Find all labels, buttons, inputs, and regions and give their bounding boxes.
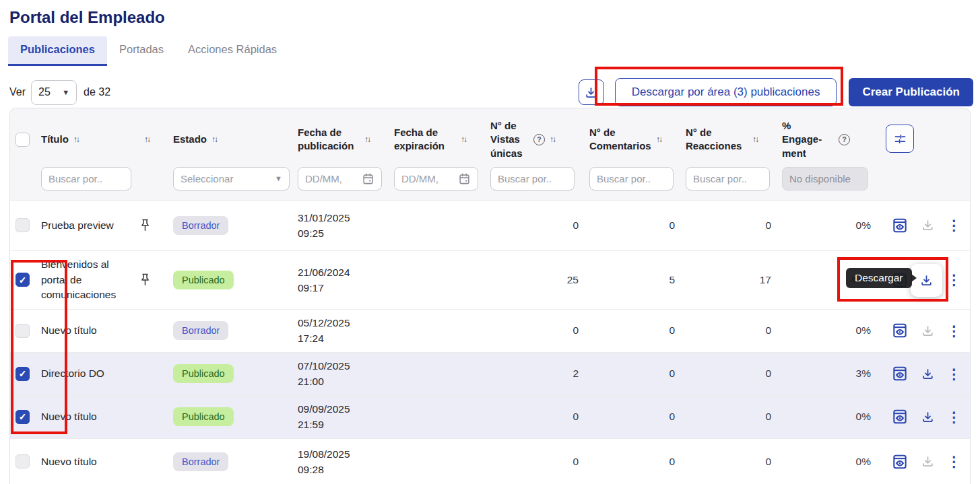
table-row[interactable]: Nuevo título Borrador 05/12/202517:24 0 … [10, 309, 970, 352]
column-header-fecha-publicacion[interactable]: Fecha de publicación↑↓ [296, 108, 393, 163]
publish-time: 09:25 [298, 226, 324, 241]
sliders-icon [893, 132, 907, 146]
sort-icon[interactable]: ↑↓ [211, 134, 217, 145]
comments-count: 0 [588, 439, 684, 484]
calendar-icon[interactable] [458, 172, 471, 185]
row-title: Nuevo título [40, 310, 138, 352]
table-row[interactable]: Prueba preview Borrador 31/01/202509:25 … [10, 200, 970, 250]
sort-icon[interactable]: ↑↓ [73, 134, 79, 145]
help-icon[interactable]: ? [839, 134, 850, 145]
preview-icon[interactable] [891, 453, 909, 471]
tab-acciones-rapidas[interactable]: Acciones Rápidas [176, 36, 289, 66]
reactions-count: 0 [684, 396, 781, 438]
total-count-label: de 32 [84, 86, 110, 98]
column-header-estado[interactable]: Estado↑↓ [172, 108, 296, 163]
preview-icon[interactable] [891, 322, 909, 339]
publish-time: 09:17 [298, 280, 324, 296]
publish-date: 31/01/2025 [298, 210, 350, 226]
sort-icon[interactable]: ↑↓ [461, 134, 466, 145]
kebab-menu-icon[interactable]: ⋮ [947, 218, 961, 232]
download-icon [921, 219, 934, 232]
download-icon[interactable] [921, 368, 934, 380]
create-publication-button[interactable]: Crear Publicación [849, 78, 973, 106]
select-all-checkbox[interactable] [15, 133, 30, 147]
column-header-reacciones[interactable]: N° de Reacciones↑↓ [684, 108, 781, 163]
kebab-menu-icon[interactable]: ⋮ [947, 367, 961, 381]
calendar-icon[interactable] [362, 172, 374, 185]
publish-date: 21/06/2024 [298, 265, 350, 280]
page-title: Portal del Empleado [0, 0, 980, 27]
ver-label: Ver [9, 86, 26, 98]
page-size-value: 25 [38, 86, 51, 98]
kebab-menu-icon[interactable]: ⋮ [947, 324, 961, 338]
column-settings-button[interactable] [886, 125, 914, 153]
column-header-comentarios[interactable]: N° de Comentarios↑↓ [588, 108, 684, 163]
column-header-pin[interactable]: ↑↓ [138, 108, 172, 163]
pin-icon [139, 273, 151, 287]
filter-reacciones-input[interactable]: Buscar por.. [686, 167, 770, 191]
page-size-select[interactable]: 25 ▼ [31, 80, 77, 105]
kebab-menu-icon[interactable]: ⋮ [947, 273, 961, 287]
publish-date: 09/09/2025 [298, 401, 350, 417]
row-checkbox[interactable] [15, 324, 30, 338]
row-checkbox[interactable] [15, 410, 30, 424]
row-checkbox[interactable] [15, 218, 30, 232]
row-checkbox[interactable] [15, 367, 30, 381]
table-row[interactable]: Directorio DO Publicado 07/10/202521:00 … [10, 352, 970, 395]
portal-del-empleado-page: Portal del Empleado Publicaciones Portad… [0, 0, 980, 484]
column-header-engagement[interactable]: % Engage-ment ? [781, 108, 880, 163]
sort-icon[interactable]: ↑↓ [550, 134, 555, 145]
download-icon[interactable] [921, 411, 934, 423]
table-row[interactable]: Nuevo título Borrador 19/08/202509:28 0 … [10, 438, 970, 484]
sort-icon[interactable]: ↑↓ [752, 134, 758, 145]
download-area-button[interactable]: Descargar por área (3) publicaciones [615, 78, 837, 106]
sort-icon[interactable]: ↑↓ [656, 134, 661, 145]
filter-fecha-expiracion-input[interactable]: DD/MM, [394, 167, 478, 191]
comments-count: 0 [588, 201, 684, 250]
filter-fecha-publicacion-input[interactable]: DD/MM, [298, 167, 382, 191]
engagement-value: 0% [781, 310, 880, 352]
download-icon [585, 86, 597, 99]
filter-vistas-input[interactable]: Buscar por.. [490, 167, 575, 191]
download-tooltip: Descargar [846, 268, 912, 288]
preview-icon[interactable] [891, 408, 909, 425]
help-icon[interactable]: ? [533, 134, 545, 145]
row-title: Bienvenidos al portal de comunicaciones [40, 251, 138, 309]
kebab-menu-icon[interactable]: ⋮ [947, 410, 961, 424]
download-icon [921, 455, 934, 468]
engagement-value: 0% [781, 201, 880, 250]
table-row[interactable]: Nuevo título Publicado 09/09/202521:59 0… [10, 395, 970, 438]
publish-time: 17:24 [298, 331, 324, 346]
sort-icon[interactable]: ↑↓ [364, 134, 370, 145]
row-checkbox[interactable] [15, 454, 30, 469]
chevron-down-icon: ▼ [62, 88, 69, 96]
tab-publicaciones[interactable]: Publicaciones [8, 36, 107, 66]
filter-estado-select[interactable]: Seleccionar▼ [173, 167, 290, 191]
tab-portadas[interactable]: Portadas [107, 36, 176, 66]
filter-comentarios-input[interactable]: Buscar por.. [589, 167, 674, 191]
views-count: 2 [489, 353, 588, 395]
row-checkbox[interactable] [15, 273, 30, 287]
table-row[interactable]: Bienvenidos al portal de comunicaciones … [10, 250, 970, 309]
filter-titulo-input[interactable]: Buscar por.. [41, 167, 131, 191]
column-header-fecha-expiracion[interactable]: Fecha de expiración↑↓ [393, 108, 489, 163]
comments-count: 0 [588, 310, 684, 352]
status-badge: Borrador [173, 216, 228, 235]
preview-icon[interactable] [891, 365, 909, 382]
column-header-titulo[interactable]: Título↑↓ [40, 108, 138, 163]
toolbar: Ver 25 ▼ de 32 Descargar por área (3) pu… [9, 78, 973, 106]
export-button[interactable] [579, 79, 604, 105]
row-title: Directorio DO [40, 353, 138, 395]
status-badge: Borrador [173, 321, 228, 340]
sort-icon[interactable]: ↑↓ [144, 134, 150, 145]
row-title: Prueba preview [40, 201, 138, 250]
chevron-down-icon: ▼ [275, 174, 282, 182]
table-header: Título↑↓ ↑↓ Estado↑↓ Fecha de publicació… [10, 108, 970, 200]
row-title: Nuevo título [40, 396, 138, 438]
reactions-count: 0 [684, 201, 781, 250]
kebab-menu-icon[interactable]: ⋮ [947, 454, 961, 469]
views-count: 0 [489, 439, 588, 484]
preview-icon[interactable] [891, 217, 909, 234]
column-header-vistas[interactable]: N° de Vistas únicas ?↑↓ [489, 108, 588, 163]
publish-date: 07/10/2025 [298, 358, 350, 374]
